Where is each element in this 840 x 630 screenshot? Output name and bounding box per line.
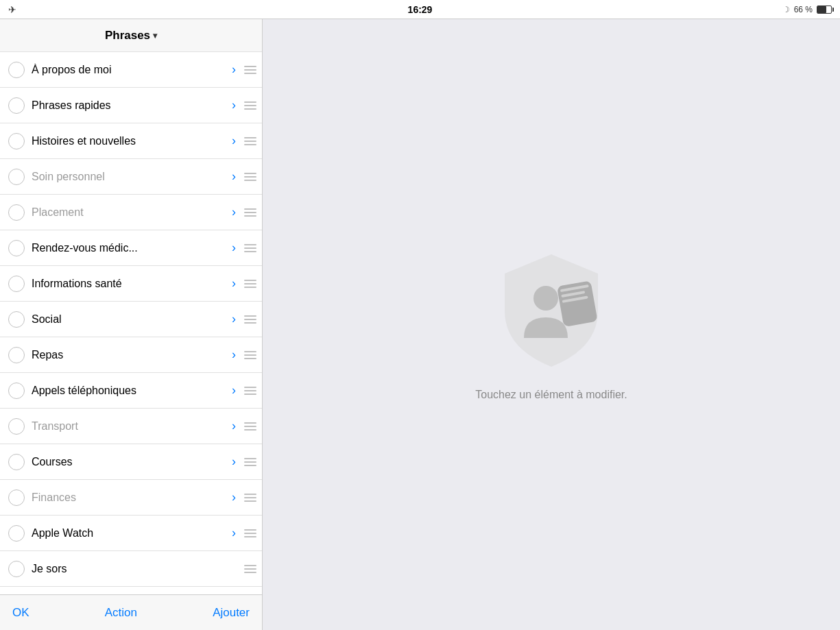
drag-handle[interactable] [244,565,256,573]
radio-button[interactable] [8,418,25,435]
radio-button[interactable] [8,311,25,328]
list-item[interactable]: Soin personnel › [0,159,262,195]
chevron-icon[interactable]: › [232,312,236,326]
item-label: Phrases rapides [32,99,232,112]
chevron-icon[interactable]: › [232,383,236,398]
chevron-icon[interactable]: › [232,348,236,362]
drag-handle[interactable] [244,208,256,217]
list-item[interactable]: Informations santé › [0,266,262,302]
drag-handle[interactable] [244,351,256,359]
radio-button[interactable] [8,169,25,185]
battery-icon [817,5,832,14]
svg-point-0 [533,286,558,311]
item-label: Histoires et nouvelles [32,135,232,147]
drag-handle[interactable] [244,315,256,324]
radio-button[interactable] [8,133,25,149]
chevron-icon[interactable]: › [232,490,236,505]
add-button[interactable]: Ajouter [213,606,250,620]
item-label: Appels téléphoniques [32,385,232,397]
item-label: Soin personnel [32,171,232,183]
list-item[interactable]: Placement › [0,195,262,230]
list-item[interactable]: Je sors [0,551,262,587]
chevron-icon[interactable]: › [232,98,236,112]
chevron-icon[interactable]: › [232,169,236,184]
list-item[interactable]: Repas › [0,337,262,373]
drag-handle[interactable] [244,387,256,395]
status-bar: ✈ 16:29 ☽ 66 % [0,0,840,19]
chevron-icon[interactable]: › [232,205,236,219]
radio-button[interactable] [8,489,25,506]
radio-button[interactable] [8,97,25,114]
item-label: À propos de moi [32,64,232,76]
moon-icon: ☽ [782,5,790,14]
drag-handle[interactable] [244,137,256,145]
drag-handle[interactable] [244,529,256,537]
shield-icon [496,249,606,372]
item-label: Informations santé [32,278,232,290]
chevron-icon[interactable]: › [232,455,236,469]
radio-button[interactable] [8,204,25,221]
drag-handle[interactable] [244,173,256,181]
item-label: Placement [32,206,232,219]
radio-button[interactable] [8,561,25,577]
item-label: Finances [32,492,232,504]
drag-handle[interactable] [244,66,256,74]
list-item[interactable]: Rendez-vous médic... › [0,230,262,266]
list-item[interactable]: Social › [0,302,262,337]
item-label: Je sors [32,563,241,575]
battery-percent: 66 % [794,5,813,14]
item-label: Apple Watch [32,527,232,540]
dropdown-arrow-icon: ▾ [153,31,157,40]
radio-button[interactable] [8,525,25,542]
chevron-icon[interactable]: › [232,419,236,433]
list-item[interactable]: Appels téléphoniques › [0,373,262,409]
list-item[interactable]: Apple Watch › [0,516,262,551]
header-title-text: Phrases [105,29,150,43]
left-panel: Phrases ▾ À propos de moi › Phrases rapi… [0,19,263,630]
status-bar-right: ☽ 66 % [782,5,832,14]
status-bar-time: 16:29 [408,4,433,15]
bottom-toolbar: OK Action Ajouter [0,594,262,630]
main-content: Phrases ▾ À propos de moi › Phrases rapi… [0,19,840,630]
drag-handle[interactable] [244,458,256,466]
item-label: Transport [32,420,232,433]
action-button[interactable]: Action [105,606,137,620]
drag-handle[interactable] [244,244,256,252]
list-item[interactable]: À propos de moi › [0,52,262,88]
radio-button[interactable] [8,276,25,292]
list-item[interactable]: Transport › [0,409,262,444]
airplane-icon: ✈ [8,4,16,15]
radio-button[interactable] [8,62,25,78]
drag-handle[interactable] [244,101,256,110]
empty-message: Touchez un élément à modifier. [475,389,627,401]
item-label: Courses [32,456,232,468]
chevron-icon[interactable]: › [232,526,236,540]
left-header: Phrases ▾ [0,19,262,52]
radio-button[interactable] [8,347,25,363]
header-title[interactable]: Phrases ▾ [105,29,157,43]
drag-handle[interactable] [244,280,256,288]
list-item[interactable]: Histoires et nouvelles › [0,123,262,159]
radio-button[interactable] [8,383,25,399]
list-item[interactable]: Finances › [0,480,262,516]
drag-handle[interactable] [244,422,256,431]
ok-button[interactable]: OK [12,606,29,620]
battery-fill [817,6,826,13]
radio-button[interactable] [8,240,25,256]
list-item[interactable]: Phrases rapides › [0,88,262,123]
item-label: Social [32,313,232,326]
drag-handle[interactable] [244,494,256,502]
right-panel: Touchez un élément à modifier. [263,19,840,630]
item-label: Repas [32,349,232,361]
chevron-icon[interactable]: › [232,134,236,148]
list-item[interactable]: Courses › [0,444,262,480]
item-label: Rendez-vous médic... [32,242,232,254]
chevron-icon[interactable]: › [232,62,236,77]
radio-button[interactable] [8,454,25,470]
chevron-icon[interactable]: › [232,276,236,291]
list-container[interactable]: À propos de moi › Phrases rapides › Hist… [0,52,262,594]
status-bar-left: ✈ [8,4,16,15]
chevron-icon[interactable]: › [232,241,236,255]
